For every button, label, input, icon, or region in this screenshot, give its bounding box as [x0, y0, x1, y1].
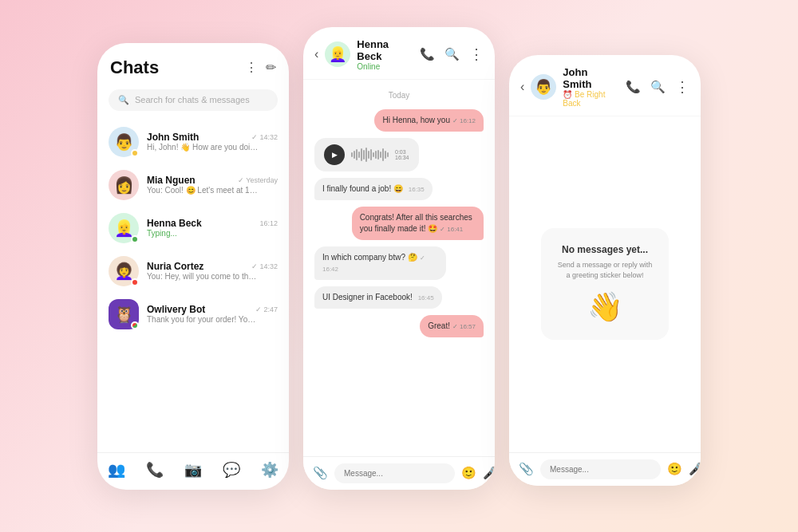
nav-camera[interactable]: 📷	[184, 461, 202, 479]
check-icon-mia: ✓	[238, 176, 244, 184]
call-icon-john[interactable]: 📞	[626, 80, 641, 94]
messages-area-henna: Today Hi Henna, how you ✓ 16:12 ▶	[303, 80, 495, 456]
menu-button[interactable]: ⋮	[245, 60, 258, 75]
phone-henna: ‹ 👱‍♀️ Henna Beck Online 📞 🔍 ⋮ Today Hi …	[303, 27, 495, 490]
phone-chats: Chats ⋮ ✏ 🔍 Search for chats & messages …	[97, 43, 289, 490]
john-name: John Smith	[563, 66, 619, 90]
henna-name: Henna Beck	[357, 38, 413, 62]
chat-preview-mia: You: Cool! 😊 Let's meet at 16:00 near th…	[147, 186, 259, 195]
chats-title: Chats	[110, 57, 159, 78]
message-row-5: In which company btw? 🤔 ✓ 16:42	[314, 246, 484, 280]
henna-header-actions: 📞 🔍 ⋮	[420, 45, 484, 63]
message-row-6: UI Designer in Facebook! 16:45	[314, 286, 484, 309]
search-icon-john[interactable]: 🔍	[650, 80, 666, 94]
message-row-4: Congrats! After all this searches you fi…	[314, 207, 484, 240]
chat-name-mia: Mia Nguen	[147, 175, 196, 186]
call-icon-henna[interactable]: 📞	[420, 47, 435, 61]
nav-calls[interactable]: 📞	[146, 461, 164, 479]
mic-icon-john[interactable]: 🎤	[689, 462, 701, 476]
chat-name-henna: Henna Beck	[147, 218, 202, 229]
back-button-henna[interactable]: ‹	[314, 47, 318, 61]
chat-time-mia: ✓ Yesterday	[238, 176, 278, 184]
message-input-henna[interactable]	[334, 463, 455, 483]
john-chat-header: ‹ 👨 John Smith ⏰ Be Right Back 📞 🔍 ⋮	[509, 55, 701, 116]
henna-header-info: Henna Beck Online	[357, 38, 413, 71]
status-dot-john	[131, 149, 139, 157]
chat-info-nuria: Nuria Cortez ✓ 14:32 You: Hey, will you …	[147, 261, 278, 281]
henna-chat-header: ‹ 👱‍♀️ Henna Beck Online 📞 🔍 ⋮	[303, 27, 495, 80]
play-button[interactable]: ▶	[324, 144, 345, 165]
compose-button[interactable]: ✏	[266, 60, 276, 75]
voice-current: 0:03	[395, 149, 409, 155]
attach-icon-henna[interactable]: 📎	[313, 466, 328, 480]
chat-time-john: ✓ 14:32	[251, 133, 278, 141]
header-icons: ⋮ ✏	[245, 60, 276, 75]
avatar-mia: 👩	[109, 170, 139, 200]
chat-list: 👨 John Smith ✓ 14:32 Hi, John! 👋 How are…	[97, 117, 289, 452]
john-header-actions: 📞 🔍 ⋮	[626, 78, 689, 96]
date-divider: Today	[314, 91, 484, 100]
message-bubble-4: Congrats! After all this searches you fi…	[352, 207, 484, 240]
message-input-john[interactable]	[540, 459, 661, 479]
avatar-john: 👨	[109, 127, 139, 157]
search-placeholder: Search for chats & messages	[135, 95, 250, 104]
status-dot-owlivery	[131, 321, 139, 329]
no-messages-subtitle: Send a message or reply with a greeting …	[555, 260, 654, 280]
phone-john: ‹ 👨 John Smith ⏰ Be Right Back 📞 🔍 ⋮ No …	[509, 55, 701, 486]
attach-icon-john[interactable]: 📎	[519, 462, 534, 476]
chat-item-owlivery[interactable]: 🦉 Owlivery Bot ✓ 2:47 Thank you for your…	[97, 293, 289, 336]
chats-header: Chats ⋮ ✏	[97, 43, 289, 83]
bottom-nav: 👥 📞 📷 💬 ⚙️	[97, 452, 289, 490]
avatar-owlivery: 🦉	[109, 299, 139, 329]
no-messages-area: No messages yet... Send a message or rep…	[509, 116, 701, 452]
message-bubble-1: Hi Henna, how you ✓ 16:12	[374, 109, 484, 132]
status-dot-henna	[131, 235, 139, 243]
chat-name-nuria: Nuria Cortez	[147, 261, 203, 272]
chat-item-john[interactable]: 👨 John Smith ✓ 14:32 Hi, John! 👋 How are…	[97, 120, 289, 164]
voice-times: 0:03 16:34	[395, 149, 409, 160]
no-messages-card: No messages yet... Send a message or rep…	[541, 228, 669, 339]
input-bar-henna: 📎 🙂 🎤	[303, 456, 495, 490]
status-dot-nuria	[131, 278, 139, 286]
chat-name-john: John Smith	[147, 132, 199, 143]
search-icon: 🔍	[118, 95, 129, 105]
chat-name-owlivery: Owlivery Bot	[147, 304, 205, 315]
back-button-john[interactable]: ‹	[520, 80, 524, 94]
chat-item-mia[interactable]: 👩 Mia Nguen ✓ Yesterday You: Cool! 😊 Let…	[97, 164, 289, 207]
search-icon-henna[interactable]: 🔍	[444, 47, 460, 61]
menu-icon-john[interactable]: ⋮	[675, 78, 689, 96]
check-icon-owlivery: ✓	[255, 305, 262, 313]
chat-preview-john: Hi, John! 👋 How are you doing?	[147, 143, 259, 152]
nav-chats[interactable]: 💬	[223, 461, 240, 479]
chat-time-henna: 16:12	[259, 219, 278, 227]
message-bubble-6: UI Designer in Facebook! 16:45	[314, 286, 442, 309]
status-icon-john: ⏰	[563, 90, 572, 99]
check-icon-nuria: ✓	[251, 262, 258, 270]
message-row-7: Great! ✓ 16:57	[314, 315, 484, 337]
emoji-icon-henna[interactable]: 🙂	[461, 466, 476, 480]
chat-preview-owlivery: Thank you for your order! Your or...	[147, 315, 259, 324]
avatar-john-chat: 👨	[531, 74, 556, 100]
avatar-nuria: 👩‍🦱	[109, 256, 139, 286]
chat-item-nuria[interactable]: 👩‍🦱 Nuria Cortez ✓ 14:32 You: Hey, will …	[97, 250, 289, 293]
henna-status: Online	[357, 62, 413, 71]
john-header-info: John Smith ⏰ Be Right Back	[563, 66, 619, 108]
chat-info-henna: Henna Beck 16:12 Typing...	[147, 218, 278, 238]
john-status: ⏰ Be Right Back	[563, 90, 619, 108]
message-row-3: I finally found a job! 😄 16:35	[314, 178, 484, 200]
message-bubble-7: Great! ✓ 16:57	[420, 315, 484, 337]
nav-contacts[interactable]: 👥	[108, 461, 125, 479]
search-bar[interactable]: 🔍 Search for chats & messages	[109, 89, 278, 111]
voice-message: ▶ 0:03 16:34	[314, 138, 419, 171]
avatar-henna-chat: 👱‍♀️	[325, 41, 350, 67]
nav-settings[interactable]: ⚙️	[261, 461, 279, 479]
chat-item-henna[interactable]: 👱‍♀️ Henna Beck 16:12 Typing...	[97, 207, 289, 250]
message-bubble-3: I finally found a job! 😄 16:35	[314, 178, 433, 200]
voice-total: 16:34	[395, 155, 409, 160]
check-icon: ✓	[251, 133, 258, 141]
chat-info-owlivery: Owlivery Bot ✓ 2:47 Thank you for your o…	[147, 304, 278, 324]
mic-icon-henna[interactable]: 🎤	[483, 466, 495, 480]
waveform	[351, 146, 389, 164]
emoji-icon-john[interactable]: 🙂	[667, 462, 682, 476]
menu-icon-henna[interactable]: ⋮	[469, 45, 484, 63]
